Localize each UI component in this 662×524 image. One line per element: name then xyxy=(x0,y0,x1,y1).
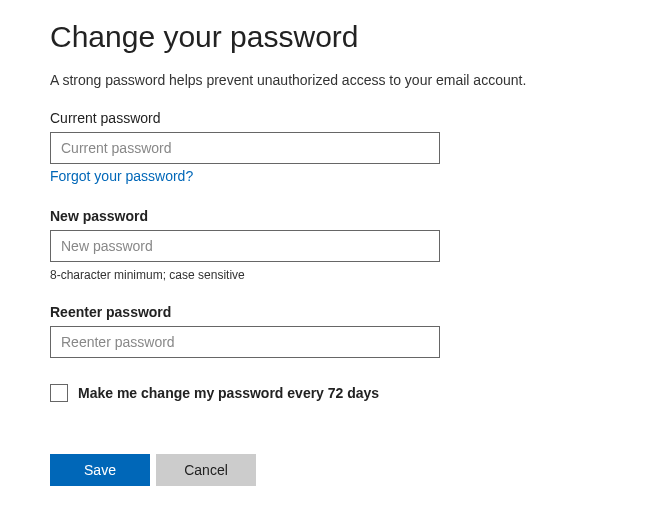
intro-text: A strong password helps prevent unauthor… xyxy=(50,72,612,88)
save-button[interactable]: Save xyxy=(50,454,150,486)
forgot-password-link[interactable]: Forgot your password? xyxy=(50,168,193,184)
change-every-72-days-checkbox[interactable] xyxy=(50,384,68,402)
change-every-72-days-label: Make me change my password every 72 days xyxy=(78,385,379,401)
cancel-button[interactable]: Cancel xyxy=(156,454,256,486)
reenter-password-label: Reenter password xyxy=(50,304,612,320)
page-title: Change your password xyxy=(50,20,612,54)
reenter-password-input[interactable] xyxy=(50,326,440,358)
new-password-label: New password xyxy=(50,208,612,224)
password-hint: 8-character minimum; case sensitive xyxy=(50,268,612,282)
current-password-input[interactable] xyxy=(50,132,440,164)
new-password-input[interactable] xyxy=(50,230,440,262)
current-password-label: Current password xyxy=(50,110,612,126)
